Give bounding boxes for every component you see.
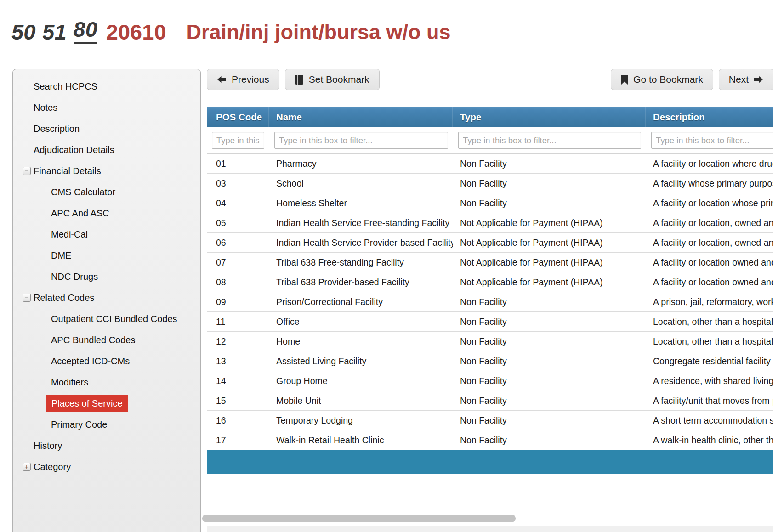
toolbar-left-group: Previous Set Bookmark: [207, 69, 380, 90]
table-row[interactable]: 12 Home Non Facility Location, other tha…: [207, 332, 773, 351]
name-cell: Temporary Lodging: [269, 411, 453, 430]
column-header-description[interactable]: Description: [646, 107, 773, 127]
sidebar-item-apc-bundled-codes[interactable]: APC Bundled Codes: [13, 329, 200, 351]
sidebar-item-related-codes[interactable]: − Related Codes: [13, 287, 200, 308]
horizontal-scrollbar-track[interactable]: [207, 512, 773, 526]
pos-code-cell: 04: [207, 193, 269, 213]
sidebar-item-medi-cal[interactable]: Medi-Cal: [13, 224, 200, 245]
pos-code-cell: 06: [207, 233, 269, 252]
sidebar-item-search-hcpcs[interactable]: Search HCPCS: [13, 76, 200, 97]
modifier-51: 51: [42, 20, 66, 44]
name-cell: Homeless Shelter: [269, 193, 453, 213]
type-cell: Non Facility: [453, 332, 646, 351]
column-header-name[interactable]: Name: [269, 107, 453, 127]
table-row[interactable]: 17 Walk-in Retail Health Clinic Non Faci…: [207, 430, 773, 450]
name-cell: Prison/Correctional Facility: [269, 292, 453, 311]
sidebar-item-label: Category: [34, 462, 71, 472]
sidebar-item-apc-and-asc[interactable]: APC And ASC: [13, 203, 200, 224]
pos-code-cell: 13: [207, 351, 269, 371]
arrow-right-icon: [754, 75, 763, 84]
table-row[interactable]: 13 Assisted Living Facility Non Facility…: [207, 351, 773, 371]
table-row[interactable]: 03 School Non Facility A facility whose …: [207, 174, 773, 193]
sidebar-item-adjudication-details[interactable]: Adjudication Details: [13, 139, 200, 160]
set-bookmark-button[interactable]: Set Bookmark: [285, 69, 380, 90]
description-cell: A facility or location owned and operate…: [646, 253, 773, 272]
sidebar-item-description[interactable]: Description: [13, 118, 200, 139]
type-cell: Not Applicable for Payment (HIPAA): [453, 213, 646, 232]
collapse-icon[interactable]: −: [23, 167, 31, 175]
sidebar-item-primary-code[interactable]: Primary Code: [13, 414, 200, 435]
pos-code-cell: 14: [207, 371, 269, 391]
sidebar-item-financial-details[interactable]: − Financial Details: [13, 160, 200, 181]
page-title: 50 51 80 20610 Drain/inj joint/bursa w/o…: [11, 17, 451, 44]
sidebar-item-label: APC Bundled Codes: [51, 335, 135, 345]
pos-code-cell: 16: [207, 411, 269, 430]
type-cell: Non Facility: [453, 351, 646, 371]
sidebar-item-modifiers[interactable]: Modifiers: [13, 372, 200, 393]
previous-button[interactable]: Previous: [207, 69, 279, 90]
sidebar-item-dme[interactable]: DME: [13, 245, 200, 266]
table-row[interactable]: 06 Indian Health Service Provider-based …: [207, 233, 773, 253]
table-row[interactable]: 14 Group Home Non Facility A residence, …: [207, 371, 773, 391]
horizontal-scrollbar-thumb[interactable]: [202, 515, 516, 522]
table-row[interactable]: 04 Homeless Shelter Non Facility A facil…: [207, 193, 773, 213]
sidebar-item-label: History: [34, 441, 62, 451]
sidebar-item-cms-calculator[interactable]: CMS Calculator: [13, 181, 200, 203]
sidebar-item-label: Description: [34, 124, 80, 134]
name-cell: Home: [269, 332, 453, 351]
goto-bookmark-button[interactable]: Go to Bookmark: [611, 69, 713, 90]
sidebar-item-outpatient-cci-bundled-codes[interactable]: Outpatient CCI Bundled Codes: [13, 308, 200, 329]
table-row[interactable]: 07 Tribal 638 Free-standing Facility Not…: [207, 253, 773, 272]
name-cell: Group Home: [269, 371, 453, 391]
expand-icon[interactable]: +: [23, 463, 31, 471]
table-filter-row: [207, 127, 773, 154]
previous-button-label: Previous: [232, 74, 269, 85]
name-cell: Mobile Unit: [269, 391, 453, 410]
sidebar-item-label: Notes: [34, 102, 57, 113]
type-cell: Non Facility: [453, 154, 646, 173]
collapse-icon[interactable]: −: [23, 294, 31, 302]
sidebar-item-history[interactable]: History: [13, 435, 200, 456]
table-row[interactable]: 08 Tribal 638 Provider-based Facility No…: [207, 272, 773, 292]
description-cell: A facility or location where drugs and o…: [646, 154, 773, 173]
sidebar-item-accepted-icd-cms[interactable]: Accepted ICD-CMs: [13, 351, 200, 372]
next-button[interactable]: Next: [719, 69, 773, 90]
toolbar: Previous Set Bookmark Go to Bookmark Nex…: [207, 69, 773, 90]
table-row[interactable]: 11 Office Non Facility Location, other t…: [207, 312, 773, 332]
name-cell: School: [269, 174, 453, 193]
sidebar-item-label: Places of Service: [46, 395, 128, 412]
sidebar-item-ndc-drugs[interactable]: NDC Drugs: [13, 266, 200, 287]
table-header-row: POS Code Name Type Description: [207, 107, 773, 127]
pos-code-cell: 12: [207, 332, 269, 351]
type-filter-input[interactable]: [458, 132, 641, 149]
table-row[interactable]: 05 Indian Health Service Free-standing F…: [207, 213, 773, 233]
name-cell: Office: [269, 312, 453, 331]
column-header-type[interactable]: Type: [453, 107, 646, 127]
type-cell: Not Applicable for Payment (HIPAA): [453, 233, 646, 252]
name-filter-input[interactable]: [274, 132, 448, 149]
type-cell: Non Facility: [453, 312, 646, 331]
table-row[interactable]: 09 Prison/Correctional Facility Non Faci…: [207, 292, 773, 312]
sidebar-item-label: Related Codes: [34, 293, 94, 303]
name-cell: Tribal 638 Free-standing Facility: [269, 253, 453, 272]
sidebar-item-label: Modifiers: [51, 377, 88, 388]
pos-code-filter-input[interactable]: [212, 132, 264, 149]
hcpcs-code: 20610: [106, 20, 166, 44]
description-cell: Location, other than a hospital or other…: [646, 332, 773, 351]
column-header-pos-code[interactable]: POS Code: [207, 107, 269, 127]
type-cell: Non Facility: [453, 371, 646, 391]
next-button-label: Next: [729, 74, 749, 85]
description-filter-input[interactable]: [651, 132, 773, 149]
table-row[interactable]: 15 Mobile Unit Non Facility A facility/u…: [207, 391, 773, 411]
table-row[interactable]: 16 Temporary Lodging Non Facility A shor…: [207, 411, 773, 430]
sidebar-item-notes[interactable]: Notes: [13, 97, 200, 118]
sidebar-item-places-of-service[interactable]: Places of Service: [13, 393, 200, 414]
type-cell: Not Applicable for Payment (HIPAA): [453, 272, 646, 292]
sidebar-item-label: APC And ASC: [51, 208, 109, 219]
pager: Page 1 of 4 (49 items) < < Prev Next > L…: [207, 526, 773, 532]
sidebar-item-label: NDC Drugs: [51, 272, 98, 282]
name-cell: Walk-in Retail Health Clinic: [269, 430, 453, 450]
sidebar-item-category[interactable]: + Category: [13, 456, 200, 477]
sidebar-item-label: CMS Calculator: [51, 187, 115, 198]
table-row[interactable]: 01 Pharmacy Non Facility A facility or l…: [207, 154, 773, 174]
